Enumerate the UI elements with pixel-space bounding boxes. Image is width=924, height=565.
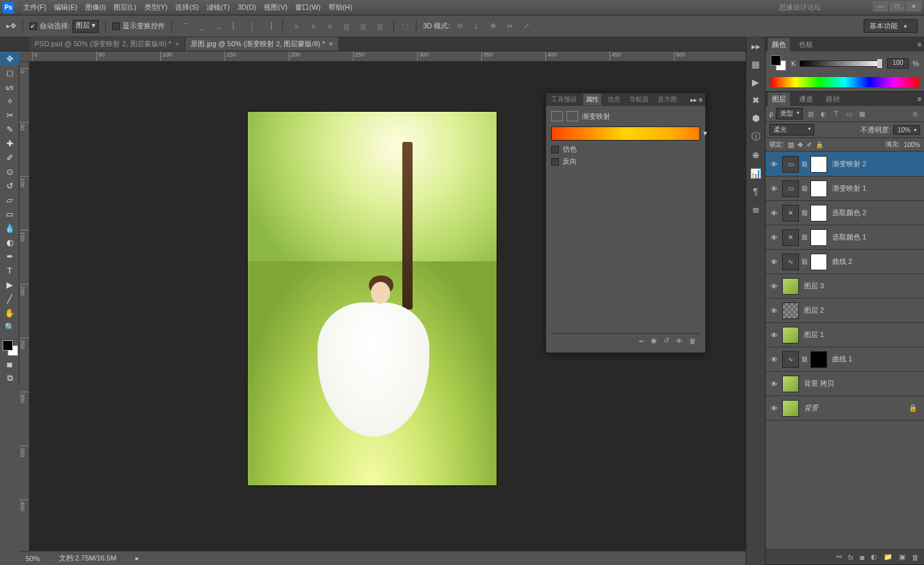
eraser-tool[interactable]: ▱ bbox=[0, 193, 19, 207]
visibility-icon[interactable]: 👁 bbox=[768, 161, 780, 168]
layer-row[interactable]: 👁背景🔒 bbox=[766, 396, 924, 421]
filter-pixel-icon[interactable]: ▧ bbox=[805, 109, 816, 118]
visibility-icon[interactable]: 👁 bbox=[676, 337, 683, 345]
tools-strip-icon[interactable]: ✖ bbox=[752, 95, 760, 105]
mask-thumb[interactable] bbox=[810, 254, 827, 270]
filter-type-icon[interactable]: T bbox=[831, 109, 841, 118]
tab-histogram[interactable]: 直方图 bbox=[655, 94, 680, 105]
panel-menu-icon[interactable]: ≡ bbox=[918, 40, 921, 48]
filter-adjust-icon[interactable]: ◐ bbox=[818, 109, 828, 118]
status-arrow-icon[interactable]: ▸ bbox=[135, 554, 139, 562]
layer-row[interactable]: 👁✕⛓选取颜色 1 bbox=[766, 225, 924, 250]
layer-row[interactable]: 👁∿⛓曲线 1 bbox=[766, 347, 924, 372]
fg-bg-swatch[interactable] bbox=[771, 55, 787, 72]
magic-wand-tool[interactable]: ✧ bbox=[0, 94, 19, 108]
layer-thumb[interactable] bbox=[782, 327, 799, 343]
type-tool[interactable]: T bbox=[0, 263, 19, 277]
eyedropper-tool[interactable]: ✎ bbox=[0, 122, 19, 136]
menu-视图(V)[interactable]: 视图(V) bbox=[264, 3, 287, 11]
menu-帮助(H)[interactable]: 帮助(H) bbox=[329, 3, 352, 11]
document-tab[interactable]: PSD.psd @ 50% (渐变映射 2, 图层蒙版/8) *× bbox=[30, 37, 184, 51]
tab-paths[interactable]: 路径 bbox=[822, 92, 844, 106]
document-canvas[interactable] bbox=[248, 112, 497, 485]
prev-state-icon[interactable]: ◉ bbox=[651, 336, 657, 345]
roll-icon[interactable]: ⤵ bbox=[469, 19, 483, 33]
layer-row[interactable]: 👁背景 拷贝 bbox=[766, 372, 924, 396]
layer-name[interactable]: 曲线 2 bbox=[832, 257, 852, 266]
show-transform-checkbox[interactable] bbox=[112, 22, 120, 30]
tab-channels[interactable]: 通道 bbox=[795, 92, 817, 106]
panel-menu-icon[interactable]: ▸▸ ≡ bbox=[690, 96, 703, 103]
crop-tool[interactable]: ✂ bbox=[0, 108, 19, 122]
filter-smart-icon[interactable]: ▦ bbox=[857, 109, 867, 118]
menu-3D(D)[interactable]: 3D(D) bbox=[237, 3, 256, 11]
menu-文件(F)[interactable]: 文件(F) bbox=[23, 3, 46, 11]
menu-类型(Y)[interactable]: 类型(Y) bbox=[144, 3, 168, 11]
workspace-selector[interactable]: 基本功能 bbox=[864, 19, 918, 33]
dist-left-icon[interactable]: ||| bbox=[339, 19, 354, 33]
layer-name[interactable]: 选取颜色 2 bbox=[832, 208, 866, 218]
maximize-button[interactable]: □ bbox=[889, 1, 905, 12]
quickmask-tool[interactable]: ◙ bbox=[0, 357, 19, 371]
stamp-tool[interactable]: ⊙ bbox=[0, 164, 19, 178]
menu-滤镜(T)[interactable]: 滤镜(T) bbox=[207, 3, 230, 11]
visibility-icon[interactable]: 👁 bbox=[768, 209, 780, 217]
visibility-icon[interactable]: 👁 bbox=[768, 282, 780, 290]
marquee-tool[interactable]: ◻ bbox=[0, 65, 19, 80]
close-tab-icon[interactable]: × bbox=[175, 40, 179, 48]
dodge-tool[interactable]: ◐ bbox=[0, 235, 19, 249]
layer-name[interactable]: 背景 bbox=[804, 403, 818, 413]
align-bottom-icon[interactable]: ⎽ bbox=[212, 19, 226, 33]
blur-tool[interactable]: 💧 bbox=[0, 221, 19, 235]
tab-color[interactable]: 颜色 bbox=[768, 38, 790, 51]
delete-adj-icon[interactable]: 🗑 bbox=[689, 337, 696, 345]
menu-图层(L)[interactable]: 图层(L) bbox=[114, 3, 136, 11]
visibility-icon[interactable]: 👁 bbox=[768, 307, 780, 315]
document-tab[interactable]: 原图.jpg @ 50% (渐变映射 2, 图层蒙版/8) *× bbox=[185, 37, 338, 51]
actions-icon[interactable]: ▦ bbox=[751, 59, 760, 69]
k-value[interactable]: 100 bbox=[887, 58, 909, 69]
layer-thumb[interactable] bbox=[782, 400, 799, 417]
lock-brush-icon[interactable]: ✐ bbox=[807, 141, 812, 148]
tab-info[interactable]: 信息 bbox=[605, 94, 623, 105]
auto-align-icon[interactable]: ⬚ bbox=[398, 19, 412, 33]
mask-thumb[interactable] bbox=[810, 156, 827, 173]
layer-name[interactable]: 图层 3 bbox=[804, 281, 824, 291]
minimize-button[interactable]: — bbox=[873, 1, 888, 12]
orbit-icon[interactable]: ⟲ bbox=[452, 19, 466, 33]
tab-swatches[interactable]: 色板 bbox=[795, 38, 817, 51]
layer-name[interactable]: 背景 拷贝 bbox=[804, 379, 834, 388]
shape-tool[interactable]: ╱ bbox=[0, 291, 19, 306]
pen-tool[interactable]: ✒ bbox=[0, 249, 19, 263]
scale3d-icon[interactable]: ⤢ bbox=[519, 19, 533, 33]
dist-bottom-icon[interactable]: ≡ bbox=[323, 19, 337, 33]
add-mask-icon[interactable]: ◙ bbox=[860, 553, 864, 561]
align-top-icon[interactable]: ⎺ bbox=[178, 19, 193, 33]
lock-pixels-icon[interactable]: ▧ bbox=[788, 141, 794, 148]
filter-shape-icon[interactable]: ▭ bbox=[844, 109, 854, 118]
mask-thumb[interactable] bbox=[810, 205, 827, 222]
gradient-tool[interactable]: ▭ bbox=[0, 207, 19, 221]
layer-name[interactable]: 选取颜色 1 bbox=[832, 232, 866, 242]
new-layer-icon[interactable]: ▣ bbox=[899, 553, 905, 561]
pan-icon[interactable]: ✥ bbox=[486, 19, 500, 33]
healing-tool[interactable]: ✚ bbox=[0, 136, 19, 150]
hist-strip-icon[interactable]: 📊 bbox=[750, 168, 761, 178]
visibility-icon[interactable]: 👁 bbox=[768, 234, 780, 241]
link-layers-icon[interactable]: ⚯ bbox=[836, 553, 842, 561]
history-brush-tool[interactable]: ↺ bbox=[0, 178, 19, 193]
para-icon[interactable]: ≣ bbox=[752, 204, 760, 214]
layer-row[interactable]: 👁▭⛓渐变映射 1 bbox=[766, 177, 924, 201]
layer-fx-icon[interactable]: fx bbox=[848, 553, 854, 561]
layer-thumb[interactable] bbox=[782, 302, 799, 319]
blend-mode[interactable]: 柔光 bbox=[769, 124, 814, 135]
mask-thumb[interactable] bbox=[810, 229, 827, 246]
tab-layers[interactable]: 图层 bbox=[768, 92, 790, 106]
doc-size[interactable]: 文档:2.75M/16.5M bbox=[59, 553, 116, 563]
delete-layer-icon[interactable]: 🗑 bbox=[912, 553, 919, 561]
lock-all-icon[interactable]: 🔒 bbox=[816, 141, 823, 148]
visibility-icon[interactable]: 👁 bbox=[768, 258, 780, 266]
layer-thumb[interactable] bbox=[782, 376, 799, 392]
hand-tool[interactable]: ✋ bbox=[0, 306, 19, 320]
auto-select-checkbox[interactable] bbox=[30, 22, 37, 30]
